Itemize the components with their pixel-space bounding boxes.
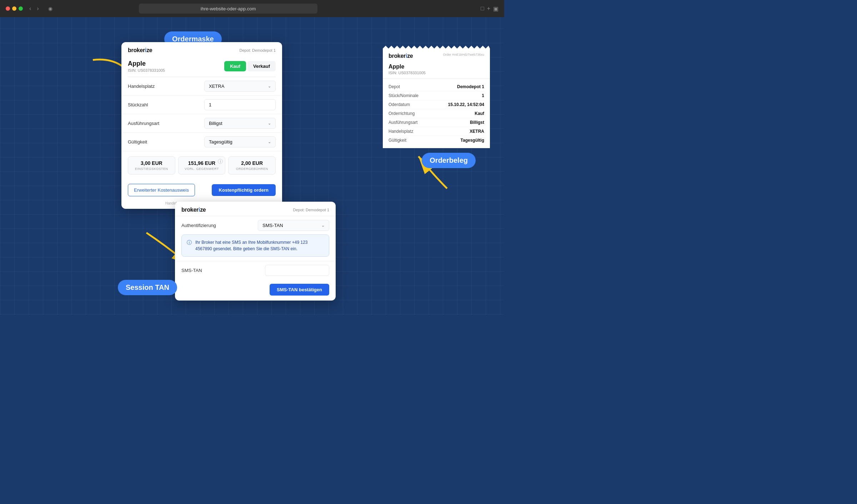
- order-number: Order #mE1kHdzTweb736xu: [443, 53, 484, 56]
- beleg-logo: brokerize: [389, 53, 413, 59]
- sms-tan-row: SMS-TAN: [175, 261, 336, 279]
- einstiegskosten-box: 3,00 EUR EINSTIEGSKOSTEN: [128, 156, 175, 175]
- info-icon: i: [218, 159, 223, 164]
- session-tan-label: Session TAN: [118, 280, 177, 295]
- tan-depot-label: Depot: Demodepot 1: [293, 208, 329, 212]
- beleg-depot-row: Depot Demodepot 1: [389, 82, 484, 91]
- ordergebuehren-label: ORDERGEBÜHREN: [233, 167, 271, 171]
- card-footer: Erweiterter Kostenausweis Kostenpflichti…: [121, 180, 282, 201]
- gueltigkeit-select[interactable]: Tagesgültig ⌄: [204, 136, 276, 147]
- beleg-stueck-value: 1: [482, 93, 484, 98]
- ordermaske-card: brokerize Depot: Demodepot 1 Apple ISIN:…: [121, 42, 282, 209]
- beleg-depot-value: Demodepot 1: [457, 84, 484, 89]
- beleg-gueltigkeit-row: Gültigkeit Tagesgültig: [389, 136, 484, 145]
- beleg-ausfuehrungsart-value: Billigst: [470, 120, 484, 125]
- auth-select[interactable]: SMS-TAN ⌄: [258, 220, 329, 231]
- vorl-gegenwert-amount: 151,96 EUR: [183, 160, 221, 166]
- depot-label: Depot: Demodepot 1: [239, 48, 276, 52]
- tan-footer: SMS-TAN bestätigen: [175, 279, 336, 301]
- handelsplatz-label: Handelsplatz: [128, 84, 155, 89]
- beleg-gueltigkeit-value: Tagesgültig: [461, 138, 484, 143]
- tan-header: brokerize Depot: Demodepot 1: [175, 202, 336, 216]
- chevron-icon: ⌄: [268, 84, 271, 89]
- einstiegskosten-amount: 3,00 EUR: [132, 160, 171, 166]
- handelsplatz-row: Handelsplatz XETRA ⌄: [121, 77, 282, 96]
- beleg-stock-name: Apple: [389, 64, 484, 70]
- handelsplatz-select[interactable]: XETRA ⌄: [204, 81, 276, 92]
- orderbeleg-card: brokerize Order #mE1kHdzTweb736xu Apple …: [383, 46, 490, 148]
- stueckzahl-label: Stückzahl: [128, 102, 148, 107]
- tan-logo: brokerize: [181, 207, 206, 213]
- ordergebuehren-amount: 2,00 EUR: [233, 160, 271, 166]
- costs-row: 3,00 EUR EINSTIEGSKOSTEN i 151,96 EUR VO…: [121, 151, 282, 180]
- ausfuehrungsart-select[interactable]: Billigst ⌄: [204, 118, 276, 129]
- stock-name: Apple: [128, 60, 165, 67]
- ausfuehrungsart-value: Billigst: [209, 121, 222, 126]
- beleg-rows: Depot Demodepot 1 Stück/Nominale 1 Oderd…: [383, 79, 490, 148]
- traffic-light-yellow[interactable]: [12, 6, 16, 11]
- info-circle-icon: ⓘ: [187, 240, 192, 246]
- address-bar[interactable]: ihre-website-oder-app.com: [139, 4, 317, 14]
- beleg-stock: Apple ISIN: US0378331005: [383, 62, 490, 79]
- new-tab-button[interactable]: □: [481, 5, 484, 12]
- browser-chrome: ‹ › ◉ ihre-website-oder-app.com □ + ▣: [0, 0, 504, 17]
- stueckzahl-input[interactable]: [204, 99, 276, 110]
- auth-value: SMS-TAN: [262, 223, 283, 228]
- stock-info: Apple ISIN: US0378331005: [128, 60, 165, 72]
- traffic-light-red[interactable]: [6, 6, 10, 11]
- shield-icon: ◉: [45, 4, 55, 14]
- kostenpflichtig-button[interactable]: Kostenpflichtig ordern: [212, 184, 276, 196]
- add-tab-button[interactable]: +: [487, 5, 490, 12]
- orderbeleg-label: Orderbeleg: [422, 153, 476, 168]
- beleg-orderrichtung-row: Orderrichtung Kauf: [389, 109, 484, 118]
- tabs-button[interactable]: ▣: [493, 5, 498, 12]
- beleg-gueltigkeit-label: Gültigkeit: [389, 138, 406, 143]
- einstiegskosten-label: EINSTIEGSKOSTEN: [132, 167, 171, 171]
- beleg-ausfuehrungsart-row: Ausführungsart Billigst: [389, 118, 484, 127]
- info-box: ⓘ Ihr Broker hat eine SMS an Ihre Mobilf…: [181, 235, 329, 257]
- beleg-ausfuehrungsart-label: Ausführungsart: [389, 120, 417, 125]
- auth-row: Authentifizierung SMS-TAN ⌄: [175, 216, 336, 235]
- sms-tan-input[interactable]: [265, 265, 329, 276]
- back-button[interactable]: ‹: [27, 5, 33, 12]
- info-box-text: Ihr Broker hat eine SMS an Ihre Mobilfun…: [195, 239, 324, 252]
- gueltigkeit-value: Tagesgültig: [209, 139, 232, 145]
- beleg-handelsplatz-row: Handelsplatz XETRA: [389, 127, 484, 136]
- beleg-stueck-row: Stück/Nominale 1: [389, 91, 484, 100]
- beleg-orderrichtung-label: Orderrichtung: [389, 111, 415, 116]
- ausfuehrungsart-row: Ausführungsart Billigst ⌄: [121, 114, 282, 133]
- session-tan-card: brokerize Depot: Demodepot 1 Authentifiz…: [175, 202, 336, 301]
- vorl-gegenwert-box: i 151,96 EUR VORL. GEGENWERT: [178, 156, 226, 175]
- traffic-lights: [6, 6, 23, 11]
- stueckzahl-row: Stückzahl: [121, 96, 282, 114]
- traffic-light-green[interactable]: [19, 6, 23, 11]
- stock-section: Apple ISIN: US0378331005 Kauf Verkauf: [121, 56, 282, 77]
- kauf-button[interactable]: Kauf: [224, 61, 246, 71]
- verkauf-button[interactable]: Verkauf: [247, 61, 276, 71]
- beleg-handelsplatz-label: Handelsplatz: [389, 129, 413, 134]
- erweiterter-button[interactable]: Erweiterter Kostenausweis: [128, 184, 195, 196]
- beleg-stueck-label: Stück/Nominale: [389, 93, 419, 98]
- gueltigkeit-row: Gültigkeit Tagesgültig ⌄: [121, 133, 282, 151]
- gueltigkeit-label: Gültigkeit: [128, 139, 147, 145]
- auth-label: Authentifizierung: [181, 223, 216, 228]
- ordergebuehren-box: 2,00 EUR ORDERGEBÜHREN: [228, 156, 276, 175]
- nav-arrows: ‹ ›: [27, 5, 41, 12]
- forward-button[interactable]: ›: [35, 5, 41, 12]
- tan-confirm-button[interactable]: SMS-TAN bestätigen: [270, 284, 329, 296]
- chevron-icon-3: ⌄: [268, 140, 271, 144]
- beleg-header: brokerize Order #mE1kHdzTweb736xu: [383, 49, 490, 62]
- beleg-oderdatum-label: Oderdatum: [389, 102, 410, 107]
- beleg-oderdatum-row: Oderdatum 15.10.22, 14:52:04: [389, 100, 484, 109]
- handelsplatz-value: XETRA: [209, 84, 224, 89]
- order-buttons: Kauf Verkauf: [224, 61, 276, 71]
- beleg-handelsplatz-value: XETRA: [470, 129, 484, 134]
- beleg-stock-isin: ISIN: US0378331005: [389, 71, 484, 75]
- chevron-icon-4: ⌄: [321, 223, 325, 228]
- ausfuehrungsart-label: Ausführungsart: [128, 121, 159, 126]
- content-area: Ordermaske brokerize Depot: Demodepot 1 …: [0, 17, 504, 315]
- brokerize-logo: brokerize: [128, 47, 152, 54]
- browser-right-controls: □ + ▣: [481, 5, 498, 12]
- ordermaske-header: brokerize Depot: Demodepot 1: [121, 42, 282, 56]
- chevron-icon-2: ⌄: [268, 121, 271, 126]
